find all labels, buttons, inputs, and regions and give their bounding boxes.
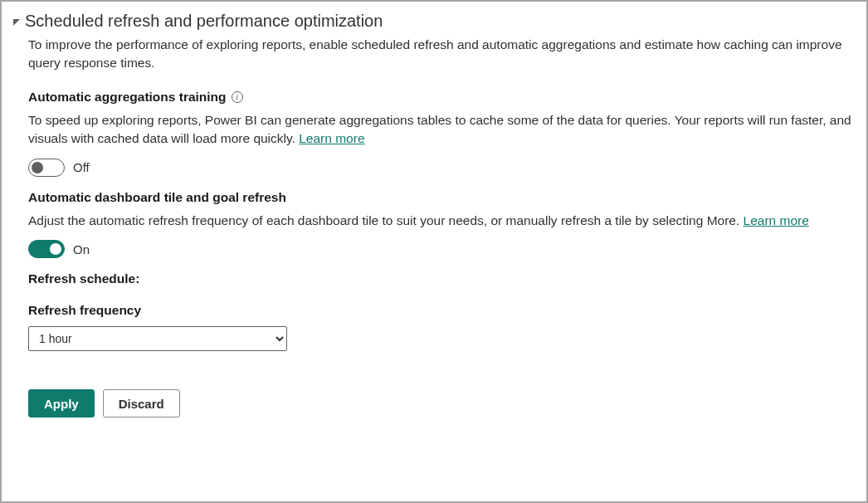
refresh-frequency-label: Refresh frequency [28,303,853,318]
info-icon[interactable]: i [232,91,243,103]
button-row: Apply Discard [28,389,853,418]
aggregations-toggle[interactable] [28,159,65,177]
apply-button[interactable]: Apply [28,389,95,418]
expand-collapse-icon[interactable] [12,17,22,27]
refresh-schedule-label: Refresh schedule: [28,271,853,286]
dashboard-refresh-desc-text: Adjust the automatic refresh frequency o… [28,213,744,227]
toggle-knob [32,162,43,173]
dashboard-refresh-toggle-label: On [73,242,90,256]
refresh-frequency-select[interactable]: 1 hour [28,326,287,351]
aggregations-learn-more-link[interactable]: Learn more [299,131,364,145]
section-description: To improve the performance of exploring … [28,36,853,73]
section-title: Scheduled refresh and performance optimi… [25,12,383,31]
dashboard-refresh-toggle-row: On [28,240,853,258]
aggregations-desc-text: To speed up exploring reports, Power BI … [28,113,851,145]
aggregations-title: Automatic aggregations training [28,90,227,105]
section-header[interactable]: Scheduled refresh and performance optimi… [12,12,853,31]
dashboard-refresh-title: Automatic dashboard tile and goal refres… [28,190,853,205]
aggregations-title-row: Automatic aggregations training i [28,90,853,105]
discard-button[interactable]: Discard [103,389,180,418]
aggregations-description: To speed up exploring reports, Power BI … [28,111,853,149]
dashboard-refresh-learn-more-link[interactable]: Learn more [744,213,809,227]
dashboard-refresh-description: Adjust the automatic refresh frequency o… [28,212,853,230]
toggle-knob [50,243,61,255]
dashboard-refresh-toggle[interactable] [28,240,65,258]
aggregations-toggle-row: Off [28,159,853,177]
aggregations-toggle-label: Off [73,160,90,174]
section-content: To improve the performance of exploring … [12,36,853,418]
